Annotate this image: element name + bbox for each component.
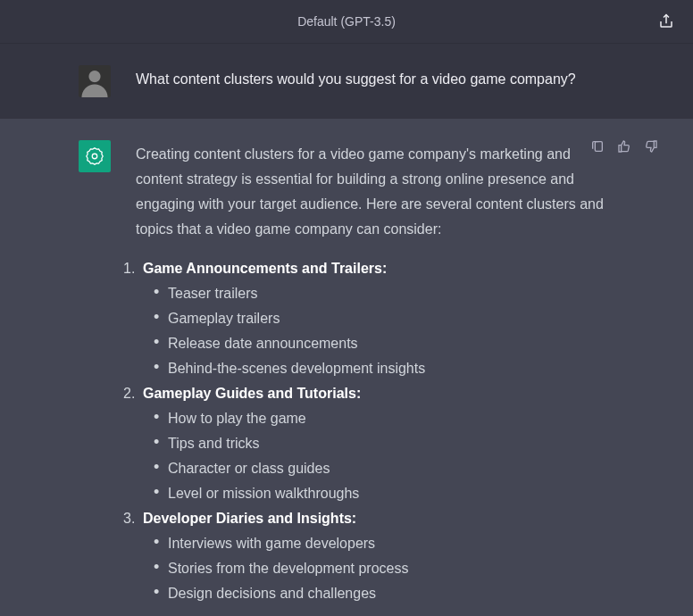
thumbs-up-icon [617,139,631,154]
user-message: What content clusters would you suggest … [0,44,693,119]
cluster-item: Gameplay Guides and Tutorials: How to pl… [123,381,614,506]
list-item: Gameplay trailers [150,306,614,331]
assistant-message: Creating content clusters for a video ga… [0,119,693,616]
clipboard-icon [590,139,605,154]
list-item: Design decisions and challenges [150,581,614,606]
user-message-text: What content clusters would you suggest … [136,65,614,97]
cluster-sublist: Teaser trailers Gameplay trailers Releas… [150,281,614,381]
cluster-item: Game Announcements and Trailers: Teaser … [123,256,614,381]
assistant-intro: Creating content clusters for a video ga… [136,142,614,242]
cluster-title: Game Announcements and Trailers: [143,261,387,276]
list-item: Interviews with game developers [150,531,614,556]
user-avatar [79,65,111,97]
message-actions [589,138,659,154]
list-item: Tips and tricks [150,431,614,456]
svg-rect-1 [595,142,602,152]
list-item: Teaser trailers [150,281,614,306]
copy-button[interactable] [589,138,605,154]
assistant-avatar [79,140,111,172]
cluster-sublist: Interviews with game developers Stories … [150,531,614,606]
thumbs-down-button[interactable] [643,138,659,154]
clusters-list: Game Announcements and Trailers: Teaser … [123,256,614,606]
thumbs-up-button[interactable] [616,138,632,154]
list-item: Stories from the development process [150,556,614,581]
model-label: Default (GPT-3.5) [297,14,396,29]
cluster-title: Developer Diaries and Insights: [143,511,356,526]
list-item: How to play the game [150,406,614,431]
list-item: Level or mission walkthroughs [150,481,614,506]
openai-logo-icon [85,146,104,166]
list-item: Release date announcements [150,331,614,356]
list-item: Character or class guides [150,456,614,481]
cluster-title: Gameplay Guides and Tutorials: [143,386,361,401]
assistant-content: Creating content clusters for a video ga… [136,140,614,606]
share-button[interactable] [655,11,677,32]
share-icon [658,13,674,29]
list-item: Behind-the-scenes development insights [150,356,614,381]
header-bar: Default (GPT-3.5) [0,0,693,44]
cluster-item: Developer Diaries and Insights: Intervie… [123,506,614,606]
thumbs-down-icon [644,139,658,154]
cluster-sublist: How to play the game Tips and tricks Cha… [150,406,614,506]
svg-point-0 [92,154,97,159]
